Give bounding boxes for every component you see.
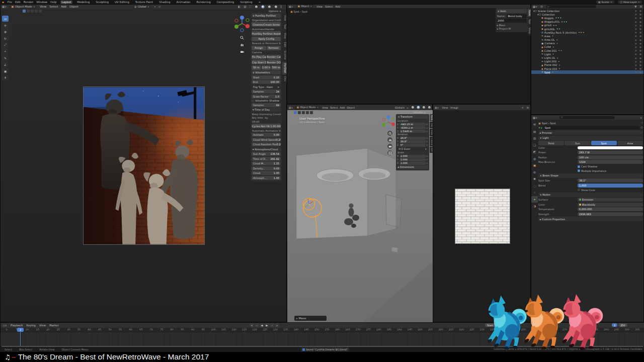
button-render-cam[interactable]: Render Cam [267, 55, 281, 59]
gizmo-toggle-icon[interactable]: ◧ [238, 5, 240, 8]
workspace-tab-rendering[interactable]: Rendering [195, 1, 212, 4]
shading-rendered-icon[interactable] [428, 106, 431, 109]
grid-icon[interactable]: ⊞ [527, 106, 529, 109]
magnet-icon[interactable]: ∪ [407, 106, 409, 109]
field-power[interactable]: 283.7 W [578, 150, 643, 154]
play-reverse-icon[interactable]: ◀ [260, 323, 264, 327]
camera-view-icon[interactable] [387, 144, 392, 149]
axis-row-rotation-z[interactable]: Z0°ʘ [397, 144, 428, 147]
menu-add[interactable]: Add [61, 5, 66, 8]
view-layer-properties-tab-icon[interactable]: ❏ [531, 142, 538, 149]
perspective-toggle-icon[interactable] [387, 150, 392, 155]
btn-puresky-pershot-assist[interactable]: PureSky PerShot Assist [252, 31, 281, 36]
panel-header-preview[interactable]: ▸ Preview⋯ [538, 130, 643, 135]
outliner-row-doggolulol[interactable]: ◆doggoLulOL✦✦✦◉ ▣ [531, 20, 643, 24]
options-dropdown[interactable]: Options ∨ [413, 111, 426, 114]
mode-icon-4[interactable] [310, 111, 313, 114]
visibility-toggles[interactable]: ◉ ▣ [635, 31, 642, 34]
checkbox-row-multiple-importance[interactable]: ✓Multiple Importance [538, 169, 643, 172]
move-tool-icon[interactable]: ✥ [2, 29, 9, 35]
output-properties-tab-icon[interactable]: ▥ [531, 135, 538, 142]
snap-icon[interactable]: ⌖ [154, 5, 155, 9]
field-max-bounces[interactable]: 1024 [578, 160, 643, 164]
workspace-tab-uv-editing[interactable]: UV Editing [113, 1, 131, 4]
xray-toggle-icon[interactable]: ⛶ [249, 5, 251, 9]
value-row-spot-size[interactable]: Spot Size38.1° [538, 178, 643, 183]
axis-row-scale-x[interactable]: X1.000ʘ [397, 155, 428, 158]
physics-properties-tab-icon[interactable]: ◌ [531, 183, 538, 190]
outliner-row-light-002[interactable]: ✳Light.002✦◉ ▣ [531, 60, 643, 63]
world-properties-tab-icon[interactable]: ◍ [531, 155, 538, 162]
fld-density[interactable]: Density...0.03 [252, 166, 281, 170]
mode-dropdown[interactable]: ▣Object Mode∨ [10, 5, 37, 9]
end-frame-field-2[interactable]: 250 [618, 323, 627, 327]
jump-end-icon[interactable]: » [275, 323, 279, 327]
add-cube-tool-icon[interactable]: ▣ [2, 68, 9, 74]
checkbox-row-show-cone[interactable]: Show Cone [538, 188, 643, 192]
workspace-tab-layout[interactable]: Layout [60, 1, 73, 4]
visibility-toggles[interactable]: ◉ ▣ [635, 71, 642, 73]
value-row-max-bounces[interactable]: Max Bounces1024 [538, 160, 643, 164]
shading-rendered-icon[interactable] [275, 6, 277, 8]
visibility-toggles[interactable]: ◉ ▣ [635, 60, 642, 63]
panel-header-beam-shape[interactable]: ∨ Beam Shape⋯ [538, 173, 643, 178]
editor-type-icon[interactable]: ▦∨ [289, 106, 293, 109]
outliner-row-scene-collection[interactable]: ▾ ▢Scene Collection◉ ▣ [531, 9, 643, 13]
visibility-toggles[interactable]: ◉ ▣ [635, 46, 642, 48]
brick-texture-image[interactable] [455, 189, 510, 244]
workspace-tab-shading[interactable]: Shading [157, 1, 172, 4]
pause-icon[interactable]: ∥ [280, 5, 282, 8]
button-remove[interactable]: Remove [267, 46, 281, 50]
editor-type-icon[interactable]: ▦∨ [2, 5, 7, 8]
outliner-row-cube[interactable]: ▲Cube✦◉ ▣ [531, 45, 643, 49]
mode-icon-0[interactable] [294, 111, 297, 114]
name-field[interactable]: Blend body [507, 14, 527, 18]
menu-help[interactable]: Help [50, 1, 57, 4]
pan-hand-icon[interactable] [387, 137, 392, 142]
pershot-panel-header[interactable]: ∨ PureSky PerShot [252, 14, 281, 18]
menu-view[interactable]: View [316, 5, 323, 8]
visibility-toggles[interactable]: ◉ ▣ [635, 53, 642, 55]
value-row-strength[interactable]: Strength2936.983 [538, 212, 643, 216]
visibility-toggles[interactable]: ◉ ▣ [635, 21, 642, 23]
menu-render[interactable]: Render [24, 1, 34, 4]
visibility-toggles[interactable]: ◉ ▣ [635, 67, 642, 70]
axis-row-location-x[interactable]: X-643.15 mʘ [397, 123, 428, 126]
light-type-point[interactable]: Point [538, 141, 564, 145]
visibility-toggles[interactable]: ◉ ▣ [635, 42, 642, 45]
fld-cloud[interactable]: Cloud1.00 [252, 171, 281, 175]
shading-wireframe-icon[interactable] [255, 6, 258, 8]
select-box-tool-icon[interactable]: ▭ [2, 16, 9, 22]
menu-window[interactable]: Window [36, 1, 47, 4]
visibility-toggles[interactable]: ◉ ▣ [635, 28, 642, 30]
slider-row-blend[interactable]: Blend1.000 [538, 184, 643, 188]
outliner-row-camera[interactable]: ▣Camera✦◉ ▣ [531, 42, 643, 45]
filter-icon[interactable]: ⊟ [540, 5, 543, 8]
rotate-tool-icon[interactable]: ↻ [2, 35, 9, 41]
fld-cloud-random-pos[interactable]: Cloud Random Pos0.25 [252, 142, 281, 146]
timeline-menu-playback[interactable]: Playback [11, 324, 23, 327]
euler-dropdown[interactable]: XYZ Euler∨ [397, 147, 428, 151]
object-data-properties-tab-icon[interactable]: ✦ [531, 196, 538, 203]
overlays-toggle-icon[interactable]: ▨ [244, 5, 246, 8]
menu-view[interactable]: View [40, 5, 46, 8]
visibility-toggles[interactable]: ◉ ▣ [635, 49, 642, 52]
mode-icon-3[interactable] [35, 10, 38, 13]
extra-field[interactable]: 2000 [497, 19, 527, 23]
button-render-dof[interactable]: Render DOF [267, 60, 281, 64]
fld-cloud-wind-speed[interactable]: Cloud Wind Speed0.25 [252, 138, 281, 142]
workspace-tab-animation[interactable]: Animation [175, 1, 192, 4]
workspace-tab-sculpting[interactable]: Sculpting [94, 1, 110, 4]
axis-row-rotation-x[interactable]: X28.8°ʘ [397, 137, 428, 140]
mode-icon-1[interactable] [27, 10, 30, 13]
scene-selector[interactable]: ▦Scene✕ [596, 1, 614, 4]
value-row-power[interactable]: Power283.7 W [538, 150, 643, 154]
mode-dropdown[interactable]: ▣Object∨ [296, 5, 313, 8]
mode-icon-1[interactable] [298, 111, 301, 114]
data-name-field[interactable]: Spot [543, 126, 639, 130]
section-base[interactable]: ▸ Base [497, 24, 527, 27]
slider-blend[interactable]: 1.000 [578, 184, 643, 188]
shading-solid-icon[interactable] [417, 106, 420, 109]
dd-fog-type-haze[interactable]: Fog Type - Haze∨ [252, 85, 281, 89]
editor-type-icon[interactable]: ▦∨ [289, 5, 293, 8]
